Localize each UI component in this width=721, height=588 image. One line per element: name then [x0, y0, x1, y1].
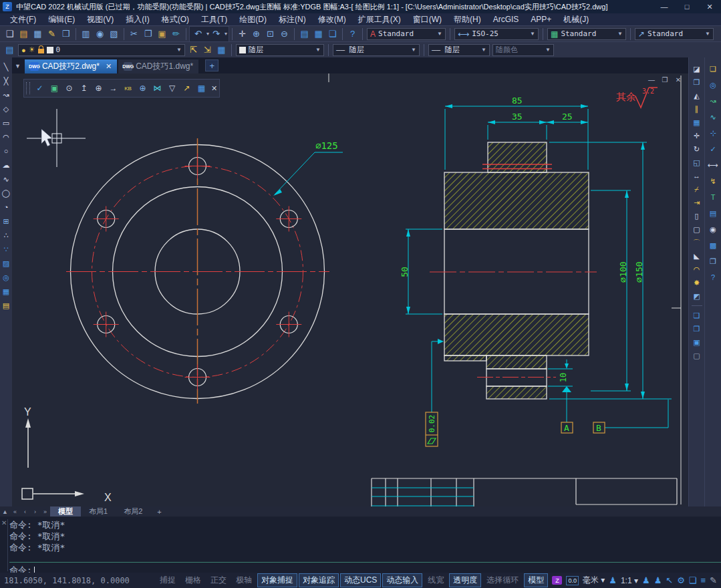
tab-model[interactable]: 模型: [50, 506, 81, 517]
center-cross-tool-icon[interactable]: ⊕: [136, 82, 149, 95]
menu-绘图(D)[interactable]: 绘图(D): [233, 14, 273, 25]
zoom-object-tool-icon[interactable]: ◎: [708, 80, 718, 90]
dim-style-combo[interactable]: ⟷ ISO-25▼: [454, 28, 539, 40]
ellipse-tool-icon[interactable]: ◯: [1, 188, 11, 198]
menu-文件(F)[interactable]: 文件(F): [4, 14, 42, 25]
circle-tool-icon[interactable]: ○: [1, 146, 11, 156]
toggle-对象追踪[interactable]: 对象追踪: [299, 573, 339, 587]
child-minimize-icon[interactable]: —: [647, 76, 656, 84]
layout-prev-icon[interactable]: ‹: [20, 508, 30, 515]
copy-nested-tool-icon[interactable]: ❏: [692, 310, 702, 321]
layout-up-icon[interactable]: ▲: [0, 508, 10, 515]
doc-tab-cad2[interactable]: DWG CAD技巧2.dwg* ✕: [25, 59, 117, 74]
layer-properties-button-icon[interactable]: ▤: [297, 27, 311, 41]
stretch-tool-icon[interactable]: ↔: [692, 170, 702, 181]
annotation-visibility-icon[interactable]: ♟: [642, 575, 650, 585]
menu-窗口(W)[interactable]: 窗口(W): [407, 14, 448, 25]
help-button-icon[interactable]: ?: [345, 27, 359, 41]
menu-ArcGIS[interactable]: ArcGIS: [487, 15, 525, 24]
close-button[interactable]: ✕: [698, 0, 721, 13]
new-button-icon[interactable]: ❑: [3, 27, 17, 41]
menu-修改(M)[interactable]: 修改(M): [312, 14, 352, 25]
hatch-tool-icon[interactable]: ▨: [1, 258, 11, 269]
toggle-透明度[interactable]: 透明度: [449, 573, 481, 587]
polyline-tool-icon[interactable]: ↝: [1, 90, 11, 100]
doc-tab-cad1[interactable]: DWG CAD技巧1.dwg*: [118, 59, 198, 74]
doc-tab-close-icon[interactable]: ✕: [106, 62, 112, 71]
copy-button-icon[interactable]: ❐: [141, 27, 155, 41]
linetype-combo[interactable]: —— 随层▼: [333, 44, 420, 56]
cut-button-icon[interactable]: ✂: [127, 27, 141, 41]
redo-dropdown[interactable]: ▾: [225, 31, 227, 37]
save-as-button-icon[interactable]: ✎: [45, 27, 59, 41]
selection-preview-icon[interactable]: ↖: [666, 575, 673, 585]
child-restore-icon[interactable]: ❐: [660, 76, 670, 84]
bom-table-tool-icon[interactable]: ▦: [195, 82, 208, 95]
copy-tool-icon[interactable]: ❐: [692, 77, 702, 88]
flange-front-view[interactable]: ⌀125: [66, 138, 343, 404]
layer-previous-button-icon[interactable]: ⇲: [200, 43, 214, 57]
minimize-button[interactable]: —: [653, 0, 676, 13]
layer-manager-button-icon[interactable]: ▦: [214, 43, 229, 57]
polygon-tool-icon[interactable]: ◇: [1, 104, 11, 114]
pan-button-icon[interactable]: ✛: [235, 27, 249, 41]
line-tool-icon[interactable]: ╲: [1, 61, 11, 72]
tab-layout1[interactable]: 布局1: [81, 506, 116, 517]
layer-combo[interactable]: ● ☀ 0▼: [18, 44, 185, 56]
toggle-动态UCS[interactable]: 动态UCS: [340, 573, 381, 587]
maximize-button[interactable]: □: [676, 0, 698, 13]
spline-tool-icon[interactable]: ∿: [1, 174, 11, 184]
roughness-tool-icon[interactable]: ✓: [708, 144, 718, 154]
super-copy-tool-icon[interactable]: ❐: [692, 323, 702, 334]
tab-layout2[interactable]: 布局2: [116, 506, 150, 517]
point-tool-icon[interactable]: ∴: [1, 230, 11, 241]
balloon-tool-icon[interactable]: ▣: [48, 82, 61, 95]
menu-格式(O)[interactable]: 格式(O): [156, 14, 195, 25]
group-tool-icon[interactable]: ▢: [692, 350, 702, 361]
drawing-geometry[interactable]: ⌀125: [12, 74, 688, 506]
web-publish-tool-icon[interactable]: ▩: [708, 240, 718, 251]
toggle-模型[interactable]: 模型: [524, 573, 548, 587]
center-mark-tool-icon[interactable]: ⊙: [63, 82, 76, 95]
chamfer-dimension-tool-icon[interactable]: KB: [122, 82, 134, 95]
toggle-极轴[interactable]: 极轴: [232, 573, 256, 587]
arrow-tool-icon[interactable]: →: [107, 82, 120, 95]
toggle-栅格[interactable]: 栅格: [181, 573, 205, 587]
zoom-realtime-button-icon[interactable]: ⊕: [249, 27, 263, 41]
move-tool-icon[interactable]: ✛: [692, 130, 702, 141]
menu-帮助(H)[interactable]: 帮助(H): [448, 14, 487, 25]
divide-tool-icon[interactable]: ∵: [1, 244, 11, 255]
auto-scale-icon[interactable]: ♟: [654, 575, 662, 585]
lineweight-combo[interactable]: —— 随层▼: [428, 44, 490, 56]
chamfer-tool-icon[interactable]: ◣: [692, 251, 702, 261]
rectangle-tool-icon[interactable]: ▭: [1, 118, 11, 128]
explode-tool-icon[interactable]: ✸: [692, 277, 702, 288]
new-drawing-tab-button[interactable]: +: [205, 59, 219, 71]
image-tool-icon[interactable]: ▤: [1, 300, 11, 311]
save-button-icon[interactable]: ▦: [31, 27, 45, 41]
offset-tool-icon[interactable]: ∥: [692, 104, 702, 114]
break-point-tool-icon[interactable]: ▯: [692, 210, 702, 221]
draw-order-tool-icon[interactable]: ❏: [708, 63, 718, 74]
toggle-选择循环[interactable]: 选择循环: [482, 573, 523, 587]
match-properties-button-icon[interactable]: ✏: [169, 27, 183, 41]
dim-d125-leader[interactable]: ⌀125: [273, 140, 343, 196]
menu-机械(J)[interactable]: 机械(J): [557, 14, 595, 25]
toggle-动态输入[interactable]: 动态输入: [382, 573, 422, 587]
spacing-tool-icon[interactable]: ⟷: [708, 160, 718, 170]
layer-translate-button-icon[interactable]: ❏: [325, 27, 339, 41]
extend-tool-icon[interactable]: ⇥: [692, 197, 702, 208]
toolbar-grip[interactable]: [26, 82, 30, 94]
layout-last-icon[interactable]: »: [40, 508, 50, 515]
layer-lock-icon[interactable]: [38, 49, 44, 53]
menu-编辑(E)[interactable]: 编辑(E): [42, 14, 81, 25]
paste-button-icon[interactable]: ▣: [155, 27, 169, 41]
section-view[interactable]: [430, 142, 597, 399]
mleader-style-combo[interactable]: ↗ Standard▼: [635, 28, 714, 40]
sheet-set-tool-icon[interactable]: ❐: [708, 256, 718, 267]
text-tool-icon[interactable]: T: [708, 192, 718, 202]
array-tool-icon[interactable]: ▦: [692, 117, 702, 128]
layout-next-icon[interactable]: ›: [30, 508, 40, 515]
drawing-compare-button-icon[interactable]: ❒: [59, 27, 73, 41]
insert-block-tool-icon[interactable]: ⊞: [1, 216, 11, 227]
